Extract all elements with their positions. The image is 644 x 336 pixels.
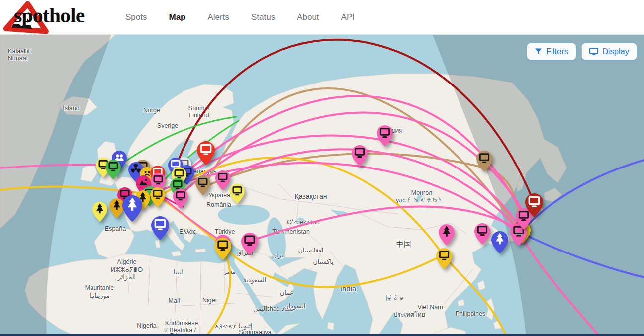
map-pin-tree[interactable] xyxy=(491,231,508,253)
map-pin-monitor[interactable] xyxy=(436,248,452,269)
map-pin-monitor[interactable] xyxy=(195,175,210,195)
display-button[interactable]: Display xyxy=(581,43,637,60)
map-pin-monitor[interactable] xyxy=(525,193,543,217)
map-view[interactable]: KalaallitNunaatÍslandNorgeSverigeSuomi /… xyxy=(0,35,644,336)
map-pin-monitor[interactable] xyxy=(215,170,230,190)
map-pin-tree[interactable] xyxy=(122,195,142,222)
nav-item-about[interactable]: About xyxy=(297,12,319,22)
map-pin-tree[interactable] xyxy=(92,202,107,222)
brand-title: spothole xyxy=(14,5,84,26)
map-pin-monitor[interactable] xyxy=(352,145,368,167)
map-pin-monitor[interactable] xyxy=(377,125,393,147)
map-pin-monitor[interactable] xyxy=(474,223,490,245)
map-pin-monitor[interactable] xyxy=(151,216,169,240)
filter-icon xyxy=(535,48,542,55)
display-icon xyxy=(589,48,598,56)
world-basemap xyxy=(0,35,644,336)
map-pin-monitor[interactable] xyxy=(173,189,188,209)
brand-logo[interactable]: spothole xyxy=(0,0,104,35)
nav-item-spots[interactable]: Spots xyxy=(125,12,147,22)
map-pin-tree[interactable] xyxy=(439,224,455,246)
map-pin-monitor[interactable] xyxy=(476,151,492,172)
main-nav: SpotsMapAlertsStatusAboutAPI xyxy=(125,12,355,22)
nav-item-map[interactable]: Map xyxy=(169,12,185,22)
nav-item-alerts[interactable]: Alerts xyxy=(207,12,229,22)
sea-black xyxy=(218,205,270,225)
map-pin-monitor[interactable] xyxy=(197,141,215,165)
nav-item-api[interactable]: API xyxy=(341,12,355,22)
map-pin-monitor[interactable] xyxy=(230,184,245,204)
footer-bar xyxy=(0,334,644,336)
app-header: spothole SpotsMapAlertsStatusAboutAPI xyxy=(0,0,644,35)
map-controls: Filters Display xyxy=(527,43,637,60)
map-pin-monitor[interactable] xyxy=(214,238,231,260)
filters-label: Filters xyxy=(546,47,568,56)
filters-button[interactable]: Filters xyxy=(527,43,576,60)
nav-item-status[interactable]: Status xyxy=(251,12,275,22)
map-pin-monitor[interactable] xyxy=(106,160,121,179)
map-pin-monitor[interactable] xyxy=(241,233,258,255)
map-pin-monitor[interactable] xyxy=(150,187,165,207)
display-label: Display xyxy=(602,47,629,56)
